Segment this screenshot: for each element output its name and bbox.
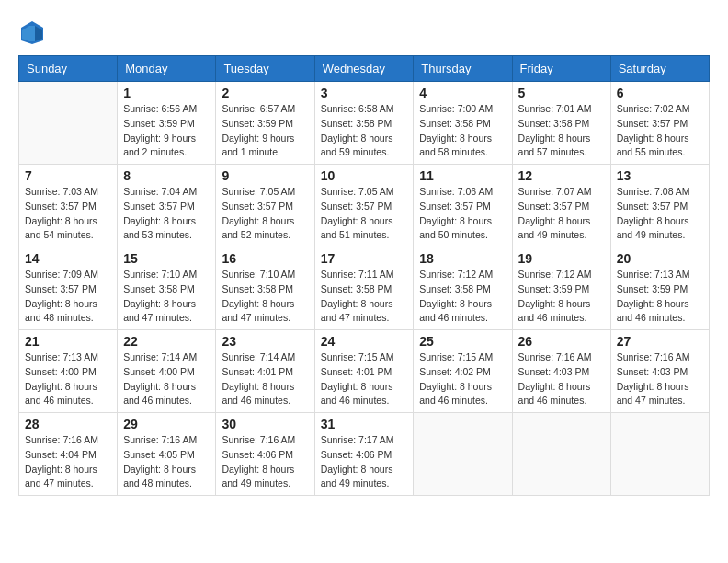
weekday-header: Wednesday — [314, 56, 414, 82]
day-info: Sunrise: 7:15 AM Sunset: 4:02 PM Dayligh… — [419, 350, 506, 408]
day-number: 1 — [123, 86, 210, 100]
day-number: 5 — [518, 86, 605, 100]
calendar-cell: 27Sunrise: 7:16 AM Sunset: 4:03 PM Dayli… — [610, 330, 709, 413]
calendar-cell: 6Sunrise: 7:02 AM Sunset: 3:57 PM Daylig… — [610, 82, 709, 165]
calendar-cell: 12Sunrise: 7:07 AM Sunset: 3:57 PM Dayli… — [512, 165, 610, 247]
day-number: 29 — [123, 417, 210, 431]
day-number: 25 — [419, 334, 506, 349]
day-number: 28 — [25, 417, 111, 431]
day-number: 6 — [617, 86, 703, 100]
calendar-cell: 17Sunrise: 7:11 AM Sunset: 3:58 PM Dayli… — [314, 247, 414, 330]
calendar-cell — [19, 82, 118, 165]
day-info: Sunrise: 7:04 AM Sunset: 3:57 PM Dayligh… — [123, 185, 210, 243]
calendar-cell: 3Sunrise: 6:58 AM Sunset: 3:58 PM Daylig… — [314, 82, 414, 165]
day-number: 26 — [518, 334, 605, 349]
calendar-cell: 28Sunrise: 7:16 AM Sunset: 4:04 PM Dayli… — [19, 413, 118, 496]
day-info: Sunrise: 7:16 AM Sunset: 4:03 PM Dayligh… — [617, 350, 703, 408]
day-number: 14 — [25, 251, 111, 266]
calendar-cell: 25Sunrise: 7:15 AM Sunset: 4:02 PM Dayli… — [414, 330, 512, 413]
day-number: 18 — [419, 251, 506, 266]
calendar-cell: 13Sunrise: 7:08 AM Sunset: 3:57 PM Dayli… — [610, 165, 709, 247]
logo — [18, 18, 50, 46]
day-number: 27 — [617, 334, 703, 349]
day-info: Sunrise: 7:16 AM Sunset: 4:03 PM Dayligh… — [518, 350, 605, 408]
calendar-week-row: 7Sunrise: 7:03 AM Sunset: 3:57 PM Daylig… — [19, 165, 710, 247]
day-info: Sunrise: 7:10 AM Sunset: 3:58 PM Dayligh… — [123, 268, 210, 326]
day-info: Sunrise: 7:11 AM Sunset: 3:58 PM Dayligh… — [321, 268, 408, 326]
weekday-header: Thursday — [414, 56, 512, 82]
day-info: Sunrise: 7:07 AM Sunset: 3:57 PM Dayligh… — [518, 185, 605, 243]
day-info: Sunrise: 7:15 AM Sunset: 4:01 PM Dayligh… — [321, 350, 408, 408]
calendar-cell: 23Sunrise: 7:14 AM Sunset: 4:01 PM Dayli… — [216, 330, 314, 413]
day-number: 13 — [617, 168, 703, 183]
day-info: Sunrise: 7:13 AM Sunset: 3:59 PM Dayligh… — [617, 268, 703, 326]
calendar-cell: 8Sunrise: 7:04 AM Sunset: 3:57 PM Daylig… — [118, 165, 216, 247]
calendar-cell: 2Sunrise: 6:57 AM Sunset: 3:59 PM Daylig… — [216, 82, 314, 165]
calendar-cell: 22Sunrise: 7:14 AM Sunset: 4:00 PM Dayli… — [118, 330, 216, 413]
day-info: Sunrise: 7:06 AM Sunset: 3:57 PM Dayligh… — [419, 185, 506, 243]
calendar-cell: 31Sunrise: 7:17 AM Sunset: 4:06 PM Dayli… — [314, 413, 414, 496]
calendar-cell: 30Sunrise: 7:16 AM Sunset: 4:06 PM Dayli… — [216, 413, 314, 496]
day-info: Sunrise: 7:14 AM Sunset: 4:01 PM Dayligh… — [222, 350, 308, 408]
day-number: 3 — [321, 86, 408, 100]
day-number: 20 — [617, 251, 703, 266]
day-info: Sunrise: 7:16 AM Sunset: 4:06 PM Dayligh… — [222, 433, 308, 491]
calendar-cell: 21Sunrise: 7:13 AM Sunset: 4:00 PM Dayli… — [19, 330, 118, 413]
day-info: Sunrise: 7:01 AM Sunset: 3:58 PM Dayligh… — [518, 102, 605, 160]
day-info: Sunrise: 7:17 AM Sunset: 4:06 PM Dayligh… — [321, 433, 408, 491]
weekday-header: Monday — [118, 56, 216, 82]
day-number: 15 — [123, 251, 210, 266]
day-info: Sunrise: 6:57 AM Sunset: 3:59 PM Dayligh… — [222, 102, 308, 160]
calendar-cell — [414, 413, 512, 496]
day-number: 22 — [123, 334, 210, 349]
calendar-cell: 24Sunrise: 7:15 AM Sunset: 4:01 PM Dayli… — [314, 330, 414, 413]
calendar-cell: 16Sunrise: 7:10 AM Sunset: 3:58 PM Dayli… — [216, 247, 314, 330]
weekday-header: Friday — [512, 56, 610, 82]
day-number: 31 — [321, 417, 408, 431]
day-info: Sunrise: 7:12 AM Sunset: 3:59 PM Dayligh… — [518, 268, 605, 326]
day-number: 23 — [222, 334, 308, 349]
day-info: Sunrise: 7:00 AM Sunset: 3:58 PM Dayligh… — [419, 102, 506, 160]
logo-icon — [18, 18, 46, 46]
day-number: 2 — [222, 86, 308, 100]
day-number: 21 — [25, 334, 111, 349]
day-number: 10 — [321, 168, 408, 183]
calendar-week-row: 1Sunrise: 6:56 AM Sunset: 3:59 PM Daylig… — [19, 82, 710, 165]
day-info: Sunrise: 7:12 AM Sunset: 3:58 PM Dayligh… — [419, 268, 506, 326]
calendar-cell: 10Sunrise: 7:05 AM Sunset: 3:57 PM Dayli… — [314, 165, 414, 247]
day-number: 4 — [419, 86, 506, 100]
day-info: Sunrise: 7:05 AM Sunset: 3:57 PM Dayligh… — [321, 185, 408, 243]
day-number: 8 — [123, 168, 210, 183]
day-number: 30 — [222, 417, 308, 431]
day-info: Sunrise: 7:05 AM Sunset: 3:57 PM Dayligh… — [222, 185, 308, 243]
calendar-cell: 14Sunrise: 7:09 AM Sunset: 3:57 PM Dayli… — [19, 247, 118, 330]
day-info: Sunrise: 7:16 AM Sunset: 4:04 PM Dayligh… — [25, 433, 111, 491]
calendar-table: SundayMondayTuesdayWednesdayThursdayFrid… — [18, 55, 710, 496]
day-info: Sunrise: 7:10 AM Sunset: 3:58 PM Dayligh… — [222, 268, 308, 326]
calendar-cell: 29Sunrise: 7:16 AM Sunset: 4:05 PM Dayli… — [118, 413, 216, 496]
calendar-cell: 1Sunrise: 6:56 AM Sunset: 3:59 PM Daylig… — [118, 82, 216, 165]
calendar-week-row: 28Sunrise: 7:16 AM Sunset: 4:04 PM Dayli… — [19, 413, 710, 496]
calendar-cell: 7Sunrise: 7:03 AM Sunset: 3:57 PM Daylig… — [19, 165, 118, 247]
calendar-cell: 20Sunrise: 7:13 AM Sunset: 3:59 PM Dayli… — [610, 247, 709, 330]
weekday-header: Saturday — [610, 56, 709, 82]
calendar-week-row: 14Sunrise: 7:09 AM Sunset: 3:57 PM Dayli… — [19, 247, 710, 330]
day-info: Sunrise: 7:09 AM Sunset: 3:57 PM Dayligh… — [25, 268, 111, 326]
day-info: Sunrise: 7:13 AM Sunset: 4:00 PM Dayligh… — [25, 350, 111, 408]
day-number: 16 — [222, 251, 308, 266]
day-info: Sunrise: 7:16 AM Sunset: 4:05 PM Dayligh… — [123, 433, 210, 491]
calendar-cell: 18Sunrise: 7:12 AM Sunset: 3:58 PM Dayli… — [414, 247, 512, 330]
day-number: 7 — [25, 168, 111, 183]
day-number: 9 — [222, 168, 308, 183]
calendar-cell: 26Sunrise: 7:16 AM Sunset: 4:03 PM Dayli… — [512, 330, 610, 413]
day-info: Sunrise: 6:58 AM Sunset: 3:58 PM Dayligh… — [321, 102, 408, 160]
day-info: Sunrise: 7:08 AM Sunset: 3:57 PM Dayligh… — [617, 185, 703, 243]
weekday-header: Tuesday — [216, 56, 314, 82]
day-info: Sunrise: 7:14 AM Sunset: 4:00 PM Dayligh… — [123, 350, 210, 408]
calendar-cell: 15Sunrise: 7:10 AM Sunset: 3:58 PM Dayli… — [118, 247, 216, 330]
day-info: Sunrise: 6:56 AM Sunset: 3:59 PM Dayligh… — [123, 102, 210, 160]
calendar-week-row: 21Sunrise: 7:13 AM Sunset: 4:00 PM Dayli… — [19, 330, 710, 413]
calendar-cell: 4Sunrise: 7:00 AM Sunset: 3:58 PM Daylig… — [414, 82, 512, 165]
weekday-header: Sunday — [19, 56, 118, 82]
calendar-header-row: SundayMondayTuesdayWednesdayThursdayFrid… — [19, 56, 710, 82]
